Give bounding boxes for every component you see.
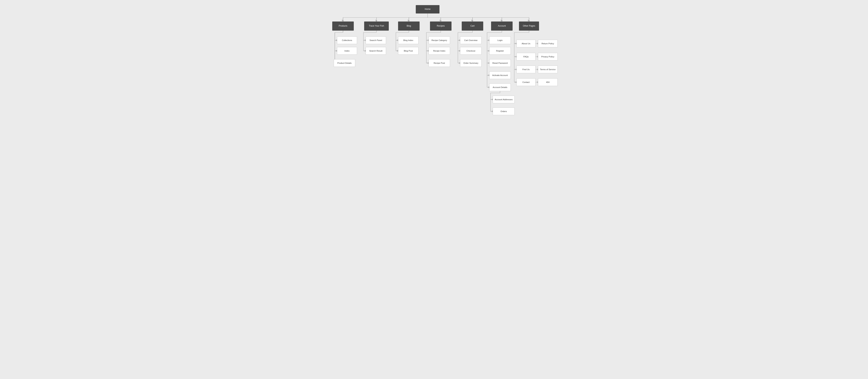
node-checkout: Checkout	[460, 47, 482, 55]
node-terms-of-service: Terms of Service	[538, 66, 558, 73]
node-blog: Blog	[398, 22, 420, 31]
node-account-details: Account Details	[489, 83, 511, 91]
node-search-panel: Search Panel	[366, 36, 386, 44]
node-collections: Collections	[337, 36, 357, 44]
node-contact: Contact	[517, 78, 535, 86]
node-cart: Cart	[462, 22, 483, 31]
node-find-us: Find Us	[517, 66, 535, 73]
node-cart-overview: Cart Overview	[460, 36, 482, 44]
node-blog-post: Blog Post	[398, 47, 418, 55]
node-recipe-category: Recipe Category	[429, 36, 450, 44]
node-order-summary: Order Summary	[460, 59, 482, 67]
node-reset-password: Reset Password	[489, 59, 511, 67]
node-return-policy: Return Policy	[538, 40, 558, 47]
node-about-us: About Us	[517, 40, 535, 47]
node-product-details: Product Details	[334, 59, 355, 67]
node-index-prod: Index	[337, 47, 357, 55]
node-recipe-index: Recipe Index	[429, 47, 450, 55]
node-faqs: FAQs	[517, 53, 535, 61]
node-404: 404	[538, 78, 558, 86]
node-privacy-policy: Privacy Policy	[538, 53, 558, 61]
node-search-result: Search Result	[366, 47, 386, 55]
node-recipes: Recipes	[430, 22, 452, 31]
node-trace-your-fish: Trace Your Fish	[364, 22, 389, 31]
node-orders: Orders	[493, 107, 515, 115]
node-register: Register	[489, 47, 511, 55]
node-activate-account: Activate Account	[489, 71, 511, 79]
node-recipe-post: Recipe Post	[429, 59, 450, 67]
node-account-addresses: Account Addresses	[493, 96, 515, 103]
node-other-pages: Other Pages	[519, 22, 539, 31]
node-products: Products	[332, 22, 354, 31]
node-blog-index: Blog Index	[398, 36, 418, 44]
node-login: Login	[489, 36, 511, 44]
node-home: Home	[416, 5, 439, 13]
node-account: Account	[491, 22, 513, 31]
